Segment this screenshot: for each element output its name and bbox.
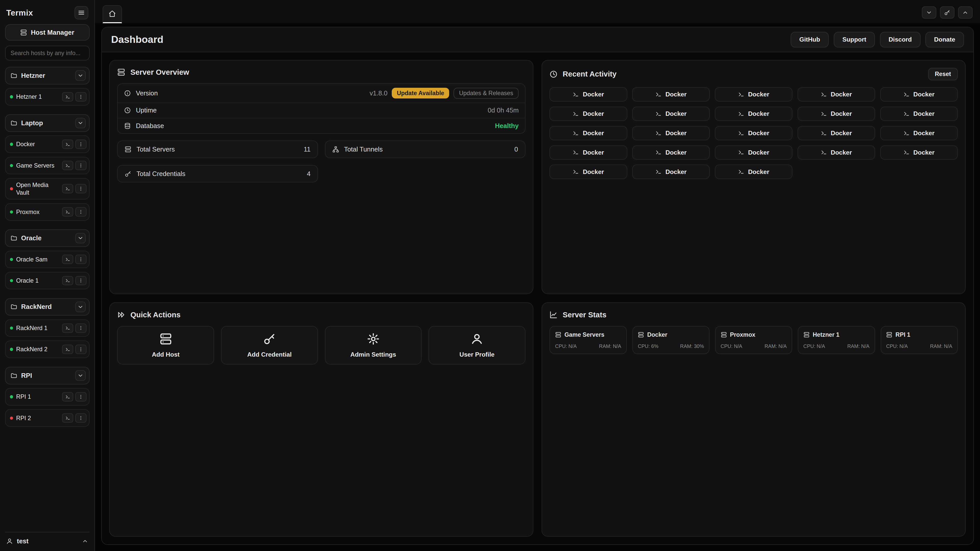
folder-icon (11, 303, 18, 310)
header-link-support[interactable]: Support (834, 32, 875, 48)
folder-collapse-button[interactable] (75, 370, 86, 381)
overview-row-value-group: v1.8.0Update AvailableUpdates & Releases (369, 88, 519, 99)
host-row[interactable]: RackNerd 1 (5, 319, 89, 337)
activity-item-button[interactable]: Docker (880, 87, 958, 102)
activity-item-button[interactable]: Docker (549, 106, 627, 121)
quick-action-add-credential[interactable]: Add Credential (221, 326, 318, 365)
activity-item-button[interactable]: Docker (715, 145, 792, 160)
host-terminal-button[interactable] (62, 92, 73, 102)
host-menu-button[interactable] (75, 413, 86, 423)
search-input[interactable] (5, 46, 89, 61)
host-terminal-button[interactable] (62, 276, 73, 286)
host-menu-button[interactable] (75, 207, 86, 217)
activity-item-button[interactable]: Docker (549, 87, 627, 102)
folder-collapse-button[interactable] (75, 233, 86, 244)
quick-action-admin-settings[interactable]: Admin Settings (325, 326, 422, 365)
folder-header[interactable]: Laptop (5, 114, 89, 132)
host-row[interactable]: Hetzner 1 (5, 88, 89, 106)
host-row[interactable]: RPI 1 (5, 388, 89, 406)
activity-item-button[interactable]: Docker (632, 145, 710, 160)
host-terminal-button[interactable] (62, 392, 73, 402)
host-row[interactable]: Oracle 1 (5, 272, 89, 289)
host-terminal-button[interactable] (62, 184, 73, 193)
server-stat-tile[interactable]: RPI 1CPU: N/ARAM: N/A (881, 326, 958, 354)
folder-header[interactable]: RackNerd (5, 298, 89, 316)
activity-item-button[interactable]: Docker (715, 87, 792, 102)
activity-item-button[interactable]: Docker (715, 165, 792, 179)
server-stat-tile[interactable]: Hetzner 1CPU: N/ARAM: N/A (798, 326, 875, 354)
host-row[interactable]: Docker (5, 135, 89, 153)
quick-action-user-profile[interactable]: User Profile (428, 326, 525, 365)
host-row[interactable]: Oracle Sam (5, 251, 89, 268)
header-link-github[interactable]: GitHub (791, 32, 829, 48)
activity-item-button[interactable]: Docker (632, 165, 710, 179)
host-row[interactable]: Game Servers (5, 157, 89, 175)
activity-item-button[interactable]: Docker (880, 106, 958, 121)
total-value: 4 (307, 170, 310, 178)
activity-item-button[interactable]: Docker (632, 106, 710, 121)
updates-releases-button[interactable]: Updates & Releases (453, 88, 519, 99)
overview-row-value-group: 0d 0h 45m (488, 106, 519, 114)
host-menu-button[interactable] (75, 392, 86, 402)
sidebar-menu-button[interactable] (75, 6, 88, 19)
terminal-icon (65, 257, 70, 262)
activity-item-button[interactable]: Docker (632, 87, 710, 102)
total-label: Total Credentials (137, 170, 185, 178)
stat-cpu: CPU: 6% (638, 343, 659, 349)
activity-item-button[interactable]: Docker (715, 126, 792, 140)
server-stat-tile[interactable]: ProxmoxCPU: N/ARAM: N/A (715, 326, 792, 354)
host-terminal-button[interactable] (62, 140, 73, 149)
host-menu-button[interactable] (75, 184, 86, 193)
header-link-discord[interactable]: Discord (880, 32, 921, 48)
activity-item-button[interactable]: Docker (880, 145, 958, 160)
folder-header[interactable]: RPI (5, 367, 89, 384)
host-terminal-button[interactable] (62, 345, 73, 354)
activity-item-button[interactable]: Docker (549, 145, 627, 160)
activity-item-button[interactable]: Docker (797, 87, 875, 102)
activity-item-button[interactable]: Docker (797, 106, 875, 121)
server-stat-tile[interactable]: Game ServersCPU: N/ARAM: N/A (549, 326, 627, 354)
activity-item-button[interactable]: Docker (632, 126, 710, 140)
folder-header[interactable]: Oracle (5, 229, 89, 247)
tabbar-collapse-button[interactable] (922, 6, 936, 19)
terminal-icon (65, 186, 70, 191)
host-menu-button[interactable] (75, 92, 86, 102)
tab-home[interactable] (103, 5, 122, 23)
host-menu-button[interactable] (75, 161, 86, 170)
overview-row-label: Database (136, 122, 164, 130)
host-terminal-button[interactable] (62, 324, 73, 333)
folder-collapse-button[interactable] (75, 70, 86, 81)
activity-item-button[interactable]: Docker (880, 126, 958, 140)
host-row[interactable]: RackNerd 2 (5, 341, 89, 358)
tabbar-key-button[interactable] (940, 6, 954, 19)
host-terminal-button[interactable] (62, 207, 73, 217)
total-value: 0 (514, 146, 518, 153)
user-footer[interactable]: test (5, 532, 89, 546)
host-row[interactable]: RPI 2 (5, 409, 89, 427)
host-actions (62, 392, 86, 402)
folder-collapse-button[interactable] (75, 302, 86, 312)
host-manager-button[interactable]: Host Manager (5, 24, 89, 41)
quick-action-add-host[interactable]: Add Host (117, 326, 214, 365)
host-menu-button[interactable] (75, 324, 86, 333)
activity-item-button[interactable]: Docker (797, 126, 875, 140)
activity-item-button[interactable]: Docker (797, 145, 875, 160)
activity-item-button[interactable]: Docker (715, 106, 792, 121)
host-menu-button[interactable] (75, 140, 86, 149)
reset-button[interactable]: Reset (928, 68, 958, 80)
activity-item-button[interactable]: Docker (549, 165, 627, 179)
host-terminal-button[interactable] (62, 161, 73, 170)
folder-header[interactable]: Hetzner (5, 67, 89, 84)
activity-item-button[interactable]: Docker (549, 126, 627, 140)
server-stat-tile[interactable]: DockerCPU: 6%RAM: 30% (632, 326, 710, 354)
host-terminal-button[interactable] (62, 254, 73, 264)
host-row[interactable]: Proxmox (5, 203, 89, 221)
host-menu-button[interactable] (75, 345, 86, 354)
host-terminal-button[interactable] (62, 413, 73, 423)
host-menu-button[interactable] (75, 276, 86, 286)
folder-collapse-button[interactable] (75, 118, 86, 129)
tabbar-expand-button[interactable] (958, 6, 972, 19)
host-menu-button[interactable] (75, 254, 86, 264)
host-row[interactable]: Open Media Vault (5, 178, 89, 200)
header-link-donate[interactable]: Donate (925, 32, 964, 48)
